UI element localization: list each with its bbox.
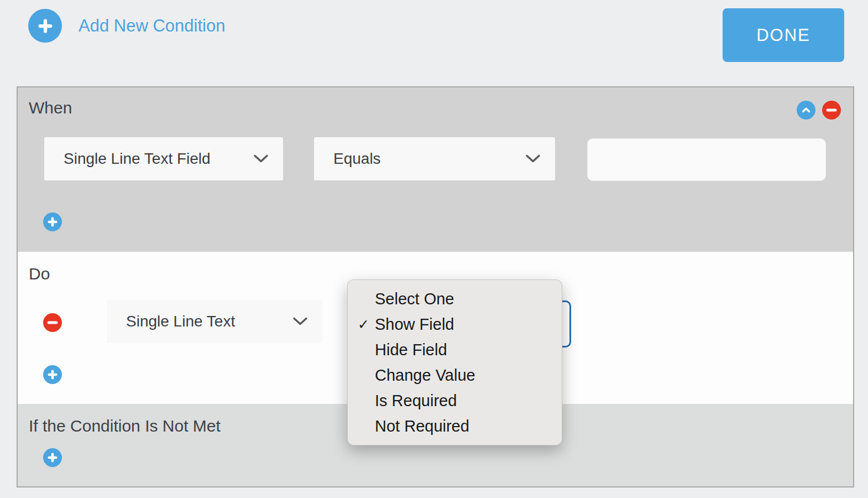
when-operator-select[interactable]: Equals bbox=[314, 137, 555, 180]
action-menu-item[interactable]: Hide Field bbox=[348, 337, 562, 362]
checkmark-icon: ✓ bbox=[358, 317, 375, 333]
action-menu-item-label: Hide Field bbox=[375, 341, 447, 359]
condition-panel: When Single Line Text Field Equals bbox=[17, 86, 854, 487]
action-menu: Select One ✓ Show Field Hide Field Chang… bbox=[347, 279, 562, 445]
action-menu-item-label: Not Required bbox=[375, 417, 469, 435]
done-button[interactable]: DONE bbox=[723, 8, 844, 62]
action-menu-item-label: Show Field bbox=[375, 315, 454, 334]
chevron-down-icon bbox=[253, 154, 269, 164]
minus-icon bbox=[46, 317, 59, 329]
minus-icon bbox=[825, 104, 838, 116]
add-not-met-action-button[interactable] bbox=[43, 448, 62, 467]
remove-condition-button[interactable] bbox=[822, 101, 841, 120]
add-when-rule-button[interactable] bbox=[43, 212, 62, 231]
chevron-down-icon bbox=[525, 154, 541, 164]
action-menu-item-label: Is Required bbox=[375, 392, 457, 410]
when-field-select-value: Single Line Text Field bbox=[64, 150, 211, 168]
when-value-input[interactable] bbox=[587, 138, 826, 181]
add-new-condition-link[interactable]: Add New Condition bbox=[79, 16, 225, 36]
action-menu-item[interactable]: Select One bbox=[348, 286, 562, 312]
do-field-select-value: Single Line Text bbox=[126, 313, 235, 330]
action-menu-item[interactable]: Is Required bbox=[348, 388, 562, 413]
action-menu-item[interactable]: Not Required bbox=[348, 413, 562, 439]
when-section: When Single Line Text Field Equals bbox=[18, 87, 853, 252]
action-menu-item-label: Change Value bbox=[375, 366, 475, 385]
do-section-label: Do bbox=[29, 264, 50, 283]
action-menu-item[interactable]: ✓ Show Field bbox=[348, 312, 562, 337]
plus-icon bbox=[37, 18, 54, 34]
remove-action-button[interactable] bbox=[43, 313, 62, 332]
action-menu-item-label: Select One bbox=[375, 290, 454, 308]
when-operator-select-value: Equals bbox=[333, 150, 381, 168]
not-met-section-label: If the Condition Is Not Met bbox=[29, 417, 221, 435]
when-field-select[interactable]: Single Line Text Field bbox=[44, 137, 283, 180]
chevron-up-icon bbox=[801, 105, 812, 116]
when-section-label: When bbox=[29, 98, 72, 117]
add-condition-plus-button[interactable] bbox=[28, 9, 62, 43]
add-condition-group: Add New Condition bbox=[28, 9, 225, 43]
add-action-button[interactable] bbox=[43, 365, 62, 384]
plus-icon bbox=[47, 452, 58, 463]
plus-icon bbox=[47, 216, 58, 227]
action-menu-item[interactable]: Change Value bbox=[348, 362, 562, 388]
chevron-down-icon bbox=[292, 317, 308, 326]
do-section: Do Single Line Text Select One ✓ Show Fi… bbox=[18, 252, 853, 404]
plus-icon bbox=[47, 369, 58, 380]
do-field-select[interactable]: Single Line Text bbox=[107, 300, 322, 343]
collapse-condition-button[interactable] bbox=[797, 101, 815, 120]
